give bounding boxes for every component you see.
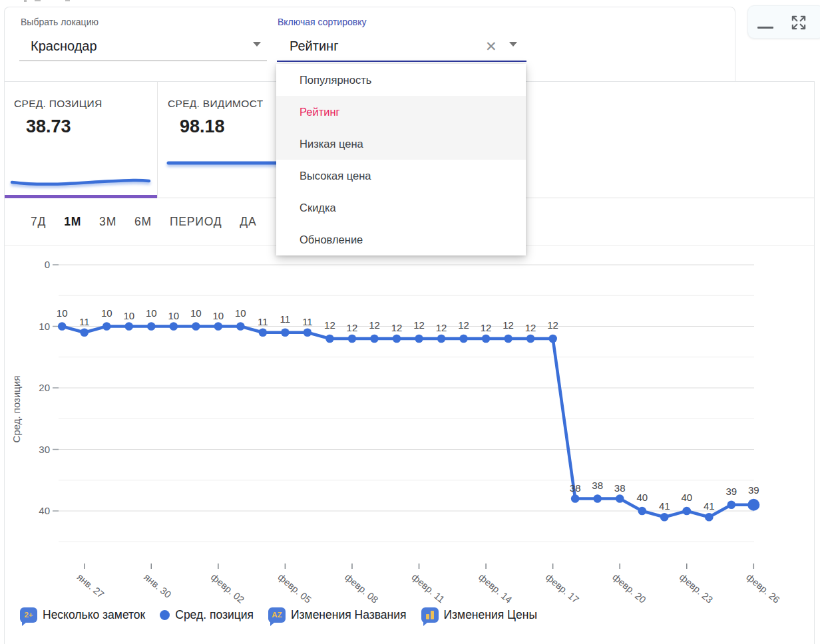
notes-bubble-icon: 2+ (20, 607, 37, 623)
svg-text:11: 11 (79, 316, 90, 327)
tab-7Д[interactable]: 7Д (31, 215, 46, 229)
svg-text:февр. 23: февр. 23 (678, 571, 715, 605)
svg-text:39: 39 (725, 486, 737, 497)
svg-text:38: 38 (614, 482, 626, 494)
menu-item-Скидка[interactable]: Скидка (276, 192, 526, 224)
legend-item: Сред. позиция (160, 608, 254, 622)
window-controls (747, 5, 820, 39)
svg-text:февр. 11: февр. 11 (410, 571, 447, 605)
legend-item: 2+Несколько заметок (20, 607, 145, 623)
svg-text:40: 40 (636, 492, 648, 503)
svg-text:38: 38 (570, 482, 581, 494)
y-axis-title: Сред. позиция (11, 376, 22, 443)
svg-text:12: 12 (481, 322, 492, 333)
chart-line (62, 327, 753, 518)
svg-text:10: 10 (57, 307, 68, 319)
position-chart[interactable]: 010203040Сред. позицияянв. 27янв. 30февр… (0, 246, 820, 644)
x-axis: янв. 27янв. 30февр. 02февр. 05февр. 08фе… (75, 564, 782, 605)
stat-label: СРЕД. ПОЗИЦИЯ (14, 98, 102, 110)
svg-text:30: 30 (39, 444, 50, 455)
chevron-down-icon[interactable] (253, 42, 261, 47)
legend-label: Несколько заметок (43, 608, 145, 622)
svg-text:40: 40 (39, 505, 50, 516)
price-change-bubble-icon (421, 607, 439, 623)
legend-item: AZИзменения Названия (268, 607, 407, 623)
svg-text:10: 10 (190, 307, 202, 319)
gridlines (59, 265, 754, 542)
svg-text:12: 12 (391, 322, 403, 333)
stat-value: 38.73 (26, 116, 71, 137)
menu-item-Популярность[interactable]: Популярность (276, 64, 526, 96)
svg-text:февр. 17: февр. 17 (544, 571, 581, 605)
location-select[interactable]: Краснодар (31, 39, 97, 54)
tab-ДА[interactable]: ДА (240, 215, 256, 229)
svg-text:янв. 30: янв. 30 (142, 571, 173, 600)
svg-text:февр. 26: февр. 26 (744, 571, 781, 605)
svg-text:38: 38 (592, 480, 603, 491)
svg-text:12: 12 (347, 322, 358, 333)
stat-label: СРЕД. ВИДИМОСТ (168, 98, 263, 110)
clear-icon[interactable]: ✕ (485, 39, 497, 53)
svg-text:0: 0 (45, 259, 50, 270)
svg-text:40: 40 (681, 492, 692, 503)
svg-text:41: 41 (659, 500, 670, 512)
menu-item-Низкая цена[interactable]: Низкая цена (276, 128, 526, 160)
expand-icon[interactable] (789, 13, 808, 32)
svg-text:10: 10 (123, 310, 134, 321)
location-select-label: Выбрать локацию (21, 17, 99, 27)
svg-text:10: 10 (146, 307, 157, 319)
legend-label: Сред. позиция (175, 608, 254, 622)
svg-text:12: 12 (547, 319, 558, 331)
svg-text:10: 10 (101, 307, 112, 319)
cropped-text-remnant (35, 0, 41, 1)
svg-text:39: 39 (748, 484, 759, 496)
tab-1М[interactable]: 1М (64, 215, 81, 229)
location-select-underline (19, 61, 267, 61)
svg-text:11: 11 (280, 313, 291, 325)
svg-text:11: 11 (302, 316, 313, 327)
svg-text:12: 12 (525, 322, 536, 333)
svg-text:янв. 27: янв. 27 (75, 571, 106, 600)
chevron-down-icon[interactable] (509, 42, 517, 47)
series-dot-icon (160, 610, 170, 620)
title-change-bubble-icon: AZ (268, 607, 286, 623)
sort-dropdown-menu: ПопулярностьРейтингНизкая ценаВысокая це… (276, 64, 526, 255)
cropped-text-remnant (65, 0, 70, 1)
minimize-icon[interactable] (757, 27, 773, 29)
tab-3М[interactable]: 3М (99, 215, 116, 229)
stat-sparkline-0 (9, 172, 154, 195)
legend-label: Изменения Цены (444, 608, 537, 622)
svg-text:10: 10 (212, 310, 224, 321)
sort-select-label: Включая сортировку (278, 17, 366, 27)
stat-value: 98.18 (180, 116, 225, 137)
sort-select-underline (277, 61, 526, 62)
svg-text:41: 41 (704, 500, 715, 512)
legend-item: Изменения Цены (421, 607, 537, 623)
chart-points[interactable] (58, 322, 759, 521)
svg-text:11: 11 (258, 316, 268, 327)
legend-label: Изменения Названия (291, 608, 407, 622)
svg-text:20: 20 (39, 382, 50, 393)
sort-select[interactable]: Рейтинг (290, 39, 338, 54)
menu-item-Обновление[interactable]: Обновление (276, 224, 526, 255)
menu-item-Рейтинг[interactable]: Рейтинг (276, 96, 526, 128)
chart-legend: 2+Несколько заметокСред. позицияAZИзмене… (20, 601, 537, 629)
stat-card-avg-position[interactable]: СРЕД. ПОЗИЦИЯ 38.73 (5, 82, 158, 198)
svg-text:12: 12 (413, 319, 425, 331)
y-axis: 010203040 (39, 259, 59, 516)
tab-6М[interactable]: 6М (134, 215, 152, 229)
svg-text:12: 12 (503, 319, 514, 331)
svg-text:10: 10 (39, 321, 50, 332)
svg-text:10: 10 (235, 307, 246, 319)
svg-text:12: 12 (436, 322, 447, 333)
svg-text:12: 12 (324, 319, 335, 331)
tab-ПЕРИОД[interactable]: ПЕРИОД (170, 215, 222, 229)
cropped-text-remnant (24, 0, 27, 2)
svg-text:12: 12 (369, 319, 380, 331)
menu-item-Высокая цена[interactable]: Высокая цена (276, 160, 526, 192)
svg-text:10: 10 (168, 310, 179, 321)
svg-text:февр. 20: февр. 20 (610, 571, 648, 605)
svg-text:12: 12 (458, 319, 469, 331)
